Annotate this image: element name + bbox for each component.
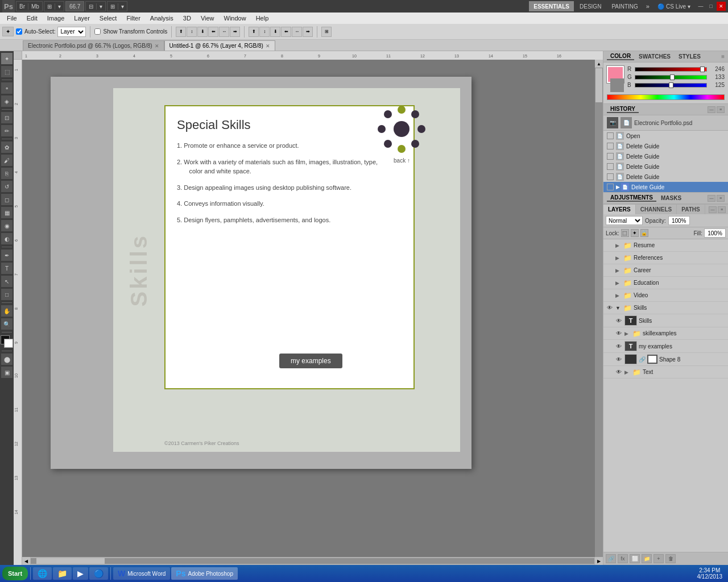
swatches-tab[interactable]: SWATCHES (635, 53, 674, 60)
layer-vis-myexamples[interactable]: 👁 (615, 342, 623, 350)
tab-portfolio-close[interactable]: ✕ (155, 43, 159, 49)
history-checkbox[interactable] (607, 163, 614, 170)
quick-select-tool[interactable]: ◈ (1, 95, 13, 107)
history-item-dg4[interactable]: 📄 Delete Guide (603, 172, 728, 182)
r-slider-thumb[interactable] (700, 66, 705, 72)
pen-tool[interactable]: ✒ (1, 250, 13, 261)
taskbar-ie[interactable]: 🌐 (33, 567, 52, 580)
menu-filter[interactable]: Filter (122, 13, 144, 24)
dodge-tool[interactable]: ◐ (1, 233, 13, 244)
layers-panel-collapse[interactable]: — (709, 206, 717, 213)
layer-row-video[interactable]: ▶ 📁 Video (603, 289, 728, 302)
history-checkbox[interactable] (607, 153, 614, 160)
layer-vis-video[interactable] (606, 292, 614, 300)
link-layers-btn[interactable]: 🔗 (606, 554, 616, 563)
history-camera-icon[interactable]: 📷 (607, 117, 618, 128)
eraser-tool[interactable]: ◻ (1, 194, 13, 205)
workspace-btn[interactable]: ⊞ ▾ (44, 1, 64, 11)
blur-tool[interactable]: ◉ (1, 220, 13, 231)
canvas-scrollbar-h[interactable]: ◀ ▶ (22, 557, 603, 565)
menu-analysis[interactable]: Analysis (146, 13, 178, 24)
history-item-dg1[interactable]: 📄 Delete Guide (603, 141, 728, 151)
history-checkbox[interactable] (607, 184, 614, 190)
menu-file[interactable]: File (2, 13, 22, 24)
auto-select-dropdown[interactable]: Layer Group (57, 27, 86, 37)
history-item-dg5[interactable]: ▶ 📄 Delete Guide (603, 182, 728, 192)
layer-arrow-resume[interactable]: ▶ (615, 243, 621, 248)
lasso-tool[interactable]: ⚬ (1, 82, 13, 94)
zoom-tool[interactable]: 🔍 (1, 318, 13, 330)
layer-mask-shape8[interactable] (647, 355, 657, 364)
dist-right[interactable]: ➡ (303, 27, 313, 37)
layer-arrow-skillexamples[interactable]: ▶ (624, 331, 630, 336)
history-checkbox[interactable] (607, 173, 614, 180)
tab-portfolio[interactable]: Electronic Portfolio.psd @ 66.7% (Logos,… (23, 40, 164, 51)
zoom-icon[interactable]: ⊟ (86, 3, 97, 10)
arrangement-dropdown[interactable]: ▾ (118, 3, 127, 10)
layer-row-skills-text[interactable]: 👁 T Skills (603, 314, 728, 327)
fill-input[interactable] (704, 228, 726, 238)
layer-vis-references[interactable] (606, 254, 614, 262)
lock-all-btn[interactable]: 🔒 (640, 229, 648, 237)
color-panel-menu[interactable]: ≡ (721, 53, 725, 60)
show-transform-checkbox[interactable] (94, 28, 101, 35)
layer-row-myexamples[interactable]: 👁 T my examples (603, 340, 728, 353)
layer-row-education[interactable]: ▶ 📁 Education (603, 277, 728, 289)
painting-button[interactable]: PAINTING (607, 2, 642, 11)
styles-tab[interactable]: STYLES (675, 53, 704, 60)
bridge-icon[interactable]: Br (16, 3, 28, 10)
menu-view[interactable]: View (196, 13, 219, 24)
layers-panel-menu[interactable]: ≡ (718, 206, 726, 213)
r-slider-track[interactable] (635, 67, 707, 72)
layer-arrow-video[interactable]: ▶ (615, 293, 621, 298)
canvas[interactable]: Skills Special Skills 1. Promote or enha… (22, 60, 603, 565)
dist-top[interactable]: ⬆ (249, 27, 259, 37)
workspace-icon[interactable]: ⊞ (44, 3, 55, 10)
menu-layer[interactable]: Layer (69, 13, 94, 24)
gradient-tool[interactable]: ▦ (1, 207, 13, 218)
g-slider-thumb[interactable] (670, 74, 675, 80)
layer-row-text[interactable]: 👁 ▶ 📁 Text (603, 366, 728, 379)
auto-align-layers[interactable]: ⊞ (321, 27, 332, 37)
history-panel-collapse[interactable]: — (708, 106, 715, 113)
history-checkbox[interactable] (607, 132, 614, 139)
layer-row-resume[interactable]: ▶ 📁 Resume (603, 239, 728, 252)
close-button[interactable]: ✕ (717, 2, 726, 11)
design-button[interactable]: DESIGN (575, 2, 606, 11)
history-item-open[interactable]: 📄 Open (603, 131, 728, 141)
minimize-button[interactable]: — (696, 2, 705, 11)
layer-arrow-references[interactable]: ▶ (615, 255, 621, 261)
color-tab[interactable]: COLOR (607, 53, 634, 60)
layer-row-shape8[interactable]: 👁 🔗 Shape 8 (603, 353, 728, 366)
layer-row-references[interactable]: ▶ 📁 References (603, 252, 728, 264)
taskbar-wmp[interactable]: ▶ (73, 567, 88, 580)
blend-mode-select[interactable]: Normal Multiply Screen Overlay (606, 216, 643, 225)
taskbar-word[interactable]: W Microsoft Word (113, 567, 170, 580)
dist-bottom[interactable]: ⬇ (270, 27, 280, 37)
brush-tool[interactable]: 🖌 (1, 155, 13, 166)
adj-panel-menu[interactable]: ≡ (717, 195, 725, 202)
scroll-up-btn[interactable]: ▲ (595, 60, 603, 68)
start-button[interactable]: Start (2, 567, 28, 580)
tab-untitled-close[interactable]: ✕ (266, 43, 270, 49)
layer-row-career[interactable]: ▶ 📁 Career (603, 264, 728, 277)
align-right[interactable]: ➡ (230, 27, 240, 37)
essentials-button[interactable]: ESSENTIALS (529, 1, 574, 11)
align-center-h[interactable]: ↔ (219, 27, 229, 37)
history-brush-tool[interactable]: ↺ (1, 181, 13, 192)
layer-row-skills-group[interactable]: 👁 ▼ 📁 Skills (603, 302, 728, 314)
dist-left[interactable]: ⬅ (281, 27, 291, 37)
delete-layer-btn[interactable]: 🗑 (665, 554, 676, 563)
g-slider-track[interactable] (635, 75, 707, 80)
add-mask-btn[interactable]: ⬜ (630, 554, 640, 563)
history-checkbox[interactable] (607, 143, 614, 149)
channels-tab[interactable]: CHANNELS (636, 205, 677, 214)
align-mid-v[interactable]: ↕ (187, 27, 197, 37)
menu-image[interactable]: Image (43, 13, 69, 24)
hand-tool[interactable]: ✋ (1, 305, 13, 317)
color-spectrum-bar[interactable] (607, 94, 725, 100)
opacity-input[interactable] (668, 216, 690, 225)
add-style-btn[interactable]: fx (618, 554, 628, 563)
background-color[interactable] (4, 339, 13, 348)
maximize-button[interactable]: □ (706, 2, 715, 11)
